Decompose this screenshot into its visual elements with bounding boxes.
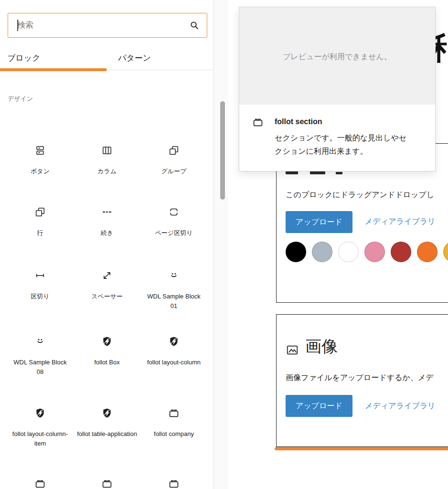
block-item-follot-company[interactable]: follot company	[140, 407, 207, 448]
image-icon	[286, 343, 299, 357]
block-preview-popover: プレビューが利用できません。 follot section セクションです。一般…	[239, 7, 436, 171]
block-item-label: follot layout-column	[147, 358, 201, 367]
text-caret	[17, 20, 18, 31]
block-item-label: ボタン	[31, 167, 50, 176]
block-item-group[interactable]: グループ	[140, 145, 207, 176]
block-grid-row-partial	[7, 478, 207, 489]
shield-bolt-icon	[101, 336, 113, 347]
block-grid-row: ボタン カラム グループ	[7, 145, 207, 176]
block-item-page-break[interactable]: ページ区切り	[140, 206, 207, 238]
block-search-box[interactable]	[8, 13, 207, 38]
occluded-heading-fragment	[336, 172, 342, 174]
upload-button[interactable]: アップロード	[286, 211, 352, 233]
brick-icon	[34, 478, 46, 489]
block-grid-row: WDL Sample Block 08 follot Box follot la…	[7, 336, 207, 376]
block-item-wdl-sample-08[interactable]: WDL Sample Block 08	[7, 336, 74, 376]
active-tab-indicator	[0, 68, 107, 71]
preview-area: プレビューが利用できません。	[239, 7, 435, 105]
block-preview-description: セクションです。一般的な見出しやセクションに利用出来ます。	[275, 131, 412, 158]
color-swatch-gray[interactable]	[312, 242, 332, 262]
color-palette	[286, 242, 448, 262]
block-item-label: follot Box	[94, 358, 119, 367]
tab-patterns[interactable]: パターン	[118, 46, 151, 70]
smiley-icon	[168, 270, 180, 281]
media-library-link[interactable]: メディアライブラリ	[365, 401, 435, 411]
block-item-spacer[interactable]: スペーサー	[74, 270, 140, 310]
block-item-label: カラム	[97, 167, 117, 176]
buttons-icon	[34, 145, 46, 156]
color-swatch-pink[interactable]	[364, 242, 385, 262]
scrollbar-track	[214, 0, 228, 489]
block-item-more[interactable]: 続き	[74, 206, 140, 238]
search-input[interactable]	[8, 21, 189, 30]
block-item-follot-table-application[interactable]: follot table-application	[74, 407, 140, 448]
smiley-icon	[34, 336, 46, 347]
shield-bolt-icon	[34, 407, 46, 419]
block-item-columns[interactable]: カラム	[74, 145, 140, 176]
color-swatch-black[interactable]	[286, 242, 306, 262]
color-swatch-orange[interactable]	[417, 242, 437, 262]
image-block-heading: 画像	[305, 336, 338, 358]
block-item-row[interactable]: 行	[7, 206, 74, 238]
upload-button[interactable]: アップロード	[286, 395, 352, 417]
row-icon	[34, 206, 46, 218]
block-item-buttons[interactable]: ボタン	[7, 145, 74, 176]
more-icon	[101, 206, 113, 218]
image-block[interactable]: 画像 画像ファイルをアップロードするか、メデ アップロード メディアライブラリ	[276, 314, 448, 447]
block-item-label: follot company	[154, 429, 194, 439]
color-swatch-white[interactable]	[338, 242, 359, 262]
color-swatch-red[interactable]	[391, 242, 411, 262]
block-item-label: follot table-application	[77, 429, 137, 439]
category-label-design: デザイン	[8, 95, 33, 103]
brick-icon	[101, 478, 113, 489]
block-item-label: グループ	[161, 167, 187, 176]
color-swatch-yellow[interactable]	[443, 242, 448, 262]
spacer-icon	[101, 270, 113, 281]
occluded-heading-fragment	[310, 171, 325, 174]
block-editor-screen: 利 このブロックにドラッグアンドドロップし アップロード メディアライブラリ 画…	[0, 0, 448, 489]
block-item-label: follot layout-column-item	[10, 429, 71, 448]
group-icon	[168, 145, 180, 156]
block-item-partial[interactable]	[74, 478, 140, 489]
scrollbar-thumb[interactable]	[220, 101, 225, 200]
tab-blocks[interactable]: ブロック	[7, 46, 41, 70]
block-item-label: WDL Sample Block 01	[143, 292, 204, 310]
block-item-follot-layout-column-item[interactable]: follot layout-column-item	[7, 407, 74, 448]
block-item-separator[interactable]: 区切り	[7, 270, 74, 310]
block-item-label: 区切り	[31, 292, 49, 301]
block-grid-row: follot layout-column-item follot table-a…	[7, 407, 207, 448]
occluded-heading-fragment	[286, 171, 298, 174]
block-item-label: スペーサー	[91, 292, 123, 301]
block-item-wdl-sample-01[interactable]: WDL Sample Block 01	[140, 270, 207, 310]
block-item-label: ページ区切り	[155, 228, 193, 238]
media-library-link[interactable]: メディアライブラリ	[365, 217, 435, 227]
block-item-label: 続き	[101, 228, 113, 238]
brick-icon	[168, 407, 180, 419]
preview-unavailable-text: プレビューが利用できません。	[239, 52, 435, 62]
block-item-partial[interactable]	[7, 478, 74, 489]
search-icon	[189, 20, 200, 31]
drag-drop-instruction: このブロックにドラッグアンドドロップし	[286, 190, 434, 200]
shield-bolt-icon	[168, 336, 180, 347]
block-grid-row: 行 続き ページ区切り	[7, 206, 207, 238]
block-inserter-panel: ブロック パターン デザイン ボタン カラム グループ 行	[0, 0, 214, 489]
separator-icon	[34, 270, 46, 281]
block-item-follot-layout-column[interactable]: follot layout-column	[140, 336, 207, 376]
inserter-tabs: ブロック パターン	[0, 46, 213, 70]
block-item-follot-box[interactable]: follot Box	[74, 336, 140, 376]
columns-icon	[101, 145, 113, 156]
image-block-description: 画像ファイルをアップロードするか、メデ	[286, 373, 434, 383]
block-item-label: 行	[37, 228, 43, 238]
block-item-label: WDL Sample Block 08	[10, 358, 71, 376]
brick-icon	[252, 117, 264, 128]
block-drop-indicator	[275, 447, 448, 450]
page-break-icon	[168, 206, 180, 218]
block-item-partial[interactable]	[140, 478, 207, 489]
brick-icon	[168, 478, 180, 489]
shield-bolt-icon	[101, 407, 113, 419]
block-preview-title: follot section	[275, 117, 322, 126]
block-grid-row: 区切り スペーサー WDL Sample Block 01	[7, 270, 207, 310]
